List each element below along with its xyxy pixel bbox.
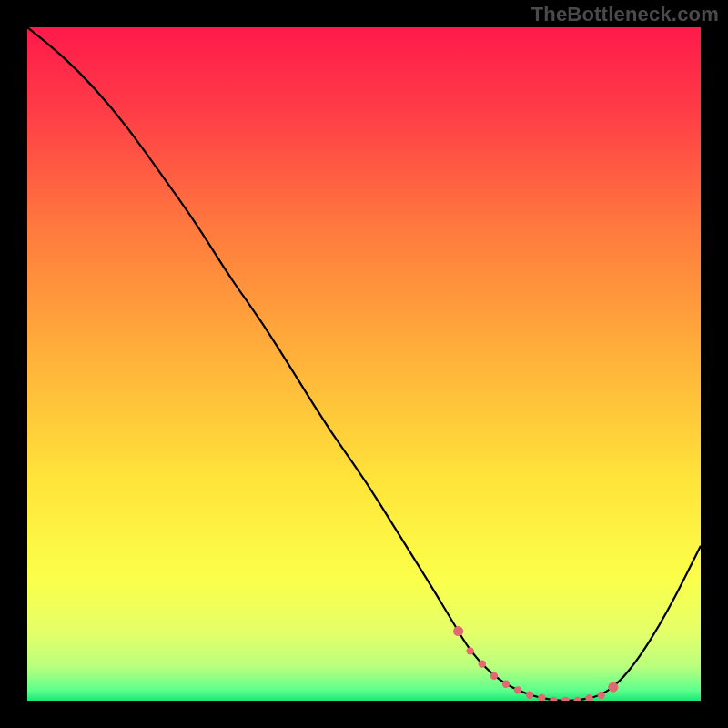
optimal-marker-dot — [466, 647, 473, 654]
optimal-marker-dot — [453, 626, 463, 636]
optimal-marker-dot — [479, 660, 486, 667]
watermark-text: TheBottleneck.com — [531, 3, 719, 26]
optimal-marker-dot — [490, 672, 498, 679]
optimal-marker-dot — [608, 682, 618, 693]
optimal-marker-dot — [502, 681, 510, 688]
optimal-marker-dot — [514, 686, 521, 693]
optimal-marker-dot — [598, 692, 605, 699]
plot-area — [27, 27, 701, 701]
optimal-marker-dot — [526, 692, 533, 699]
chart-frame: TheBottleneck.com — [0, 0, 728, 728]
chart-svg — [27, 27, 701, 701]
